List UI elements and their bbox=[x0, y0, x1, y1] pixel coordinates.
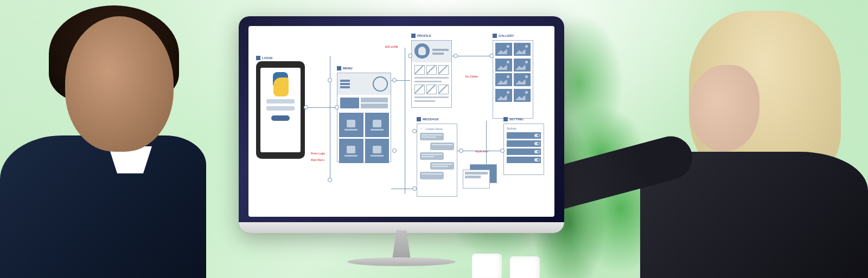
monitor-screen: LOGIN MENU bbox=[248, 26, 554, 217]
gallery-image-icon bbox=[495, 89, 512, 102]
flow-node-icon bbox=[335, 105, 339, 109]
flow-line bbox=[330, 56, 330, 180]
person-left-head bbox=[65, 16, 174, 152]
person-left-suit bbox=[0, 135, 206, 278]
menu-section-label: MENU bbox=[337, 66, 353, 70]
burger-icon bbox=[340, 80, 350, 88]
menu-grid bbox=[337, 111, 391, 165]
flow-node-icon bbox=[304, 105, 308, 109]
menu-wireframe bbox=[337, 73, 391, 162]
chat-bubble bbox=[420, 133, 444, 140]
menu-tile bbox=[339, 113, 363, 137]
setting-wireframe: Settings bbox=[503, 124, 544, 175]
image-thumb-icon bbox=[426, 65, 437, 75]
message-wireframe: Contact Name bbox=[417, 124, 457, 197]
toggle-icon bbox=[534, 142, 540, 145]
flow-line bbox=[306, 107, 336, 108]
toggle-icon bbox=[534, 158, 540, 161]
chat-bubble bbox=[420, 152, 444, 160]
python-logo-icon bbox=[269, 72, 293, 96]
flow-node-icon bbox=[454, 54, 458, 58]
flow-node-icon bbox=[392, 78, 397, 82]
message-header: Contact Name bbox=[420, 127, 454, 131]
toggle-icon bbox=[534, 134, 540, 137]
python-yellow bbox=[273, 77, 289, 96]
profile-section-label: PROFILE bbox=[411, 34, 431, 38]
person-left bbox=[0, 0, 206, 278]
chat-bubble bbox=[430, 162, 454, 170]
gallery-wireframe bbox=[493, 40, 533, 119]
toggle-icon bbox=[534, 150, 540, 153]
flow-node-icon bbox=[459, 148, 463, 153]
chat-bubble bbox=[420, 172, 444, 179]
edit-profile-annotation: Edit profile bbox=[385, 45, 398, 48]
no-gallery-annotation: No Gallery bbox=[465, 75, 478, 78]
gallery-image-icon bbox=[514, 59, 531, 72]
message-section-label: MESSAGE bbox=[417, 117, 439, 121]
person-right-face bbox=[689, 65, 760, 152]
flow-line bbox=[486, 121, 487, 164]
menu-tile bbox=[339, 139, 363, 163]
flow-node-icon bbox=[392, 148, 397, 153]
image-thumb-icon bbox=[426, 85, 437, 94]
login-button bbox=[271, 115, 290, 121]
flow-node-icon bbox=[489, 54, 494, 58]
setting-toggle-row bbox=[507, 140, 541, 147]
profile-info bbox=[432, 43, 449, 60]
wireframe-content: LOGIN MENU bbox=[248, 26, 554, 217]
mug bbox=[510, 256, 540, 278]
gallery-image-icon bbox=[514, 73, 531, 86]
gallery-image-icon bbox=[495, 59, 512, 72]
image-thumb-icon bbox=[414, 65, 425, 75]
flow-node-icon bbox=[328, 78, 332, 82]
phone-screen bbox=[260, 68, 301, 152]
setting-toggle-row bbox=[507, 132, 541, 139]
setting-header: Settings bbox=[507, 127, 541, 130]
setting-section-label: SETTING bbox=[503, 117, 524, 121]
gallery-image-icon bbox=[514, 89, 531, 102]
profile-header bbox=[412, 41, 451, 62]
avatar-icon bbox=[414, 43, 430, 59]
menu-bar bbox=[340, 98, 359, 108]
menu-header bbox=[337, 73, 391, 95]
menu-bars bbox=[337, 95, 391, 111]
gallery-image-icon bbox=[495, 43, 512, 56]
chat-bubble bbox=[430, 143, 454, 150]
main-menu-annotation: Main Menu bbox=[311, 158, 324, 161]
flow-line bbox=[405, 48, 405, 194]
menu-tile bbox=[365, 139, 390, 163]
monitor: LOGIN MENU bbox=[239, 16, 564, 233]
avatar-circle-icon bbox=[373, 76, 388, 92]
image-thumb-icon bbox=[414, 85, 425, 94]
app-card bbox=[463, 170, 490, 189]
image-thumb-icon bbox=[438, 85, 449, 94]
monitor-base bbox=[347, 257, 456, 266]
flow-node-icon bbox=[408, 54, 412, 58]
flow-node-icon bbox=[412, 186, 417, 191]
login-username-input bbox=[266, 99, 295, 104]
flow-line bbox=[457, 151, 502, 151]
gallery-image-icon bbox=[514, 43, 531, 56]
flow-node-icon bbox=[328, 178, 332, 182]
login-section-label: LOGIN bbox=[256, 56, 272, 60]
flow-node-icon bbox=[500, 148, 505, 153]
profile-wireframe bbox=[411, 40, 452, 108]
image-thumb-icon bbox=[438, 65, 449, 75]
gallery-section-label: GALLERY bbox=[493, 34, 514, 38]
gallery-image-icon bbox=[495, 73, 512, 86]
mug bbox=[472, 254, 502, 278]
login-password-input bbox=[266, 106, 295, 111]
menu-tile bbox=[365, 113, 390, 137]
setting-toggle-row bbox=[507, 148, 541, 155]
press-login-annotation: Press Login bbox=[311, 152, 325, 155]
flow-node-icon bbox=[412, 129, 417, 133]
phone-mockup bbox=[256, 61, 305, 159]
profile-content bbox=[412, 62, 451, 105]
setting-toggle-row bbox=[507, 157, 541, 163]
